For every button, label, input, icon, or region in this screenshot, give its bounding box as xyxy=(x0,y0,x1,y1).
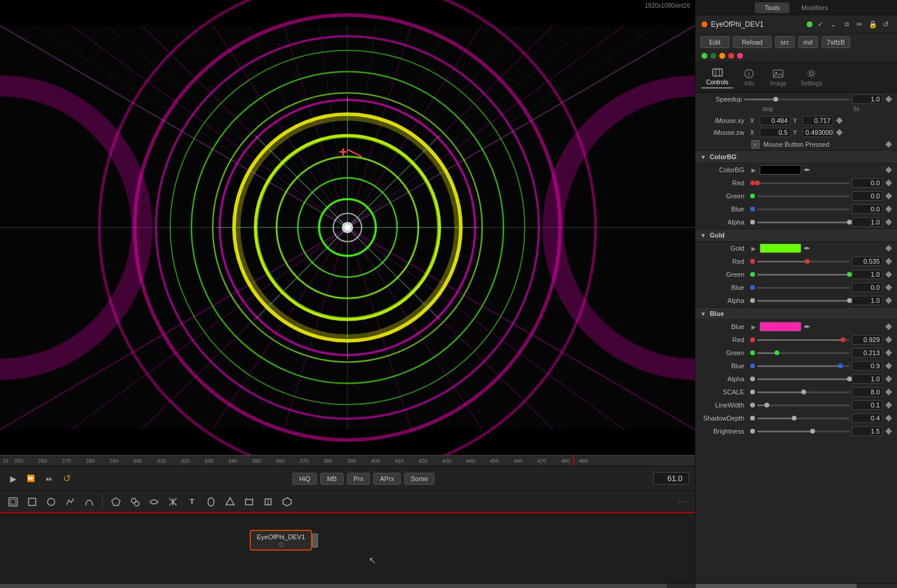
tab-controls[interactable]: Controls xyxy=(701,65,733,88)
colorbg-expand[interactable]: ▶ xyxy=(750,167,757,173)
tab-info[interactable]: i Info xyxy=(738,67,760,88)
mb-button[interactable]: MB xyxy=(320,473,344,485)
blue-alpha-slider[interactable] xyxy=(757,378,849,380)
imouse-xy-x-value[interactable]: 0.484 xyxy=(760,116,791,125)
aprx-button[interactable]: APrx xyxy=(373,473,401,485)
gold-red-slider[interactable] xyxy=(757,261,849,263)
colorbg-alpha-value[interactable]: 1.0 xyxy=(852,217,883,227)
hiq-button[interactable]: HiQ xyxy=(292,473,317,485)
node-edit-icon[interactable]: ✏ xyxy=(854,19,865,30)
node-graph-area[interactable]: EyeOfPhi_DEV1 ↖ xyxy=(0,512,695,583)
tools-tab[interactable]: Tools xyxy=(755,2,789,13)
3dtransform-tool-button[interactable] xyxy=(260,494,276,510)
select-tool-button[interactable] xyxy=(5,494,21,510)
reload-button[interactable]: Reload xyxy=(733,36,772,48)
src-button[interactable]: src xyxy=(775,36,795,48)
gold-green-value[interactable]: 1.0 xyxy=(852,270,883,279)
imouse-xy-y-value[interactable]: 0.717 xyxy=(802,116,833,125)
panel-scrollbar[interactable] xyxy=(695,583,897,588)
3dview-tool-button[interactable] xyxy=(241,494,257,510)
linewidth-keyframe[interactable] xyxy=(885,402,892,409)
colorbg-blue-value[interactable]: 0.0 xyxy=(852,204,883,214)
blue-alpha-value[interactable]: 1.0 xyxy=(852,374,883,384)
id-button[interactable]: 7stfzB xyxy=(822,36,851,48)
clone-tool-button[interactable] xyxy=(127,494,143,510)
colorbg-red-keyframe[interactable] xyxy=(885,179,892,186)
node-copy-icon[interactable]: ⧉ xyxy=(841,19,852,30)
blue-swatch[interactable] xyxy=(760,322,801,331)
colorbg-alpha-keyframe[interactable] xyxy=(885,219,892,226)
gold-red-value[interactable]: 0.535 xyxy=(852,257,883,266)
3dobj-tool-button[interactable] xyxy=(279,494,295,510)
blue-blue-value[interactable]: 0.9 xyxy=(852,361,883,371)
more-tools-button[interactable]: ··· xyxy=(673,497,690,507)
imouse-zw-keyframe[interactable] xyxy=(836,129,843,136)
controls-content[interactable]: Speedup 1.0 stop 5x iMouse.xy X 0.484 Y … xyxy=(695,93,897,583)
blue-eyedropper[interactable]: ✒ xyxy=(804,322,811,331)
circle-tool-button[interactable] xyxy=(43,494,59,510)
blue-red-value[interactable]: 0.929 xyxy=(852,335,883,344)
warp-tool-button[interactable] xyxy=(146,494,162,510)
blue-alpha-keyframe[interactable] xyxy=(885,375,892,382)
frame-display[interactable]: 61.0 xyxy=(653,472,689,485)
scale-value[interactable]: 8.0 xyxy=(852,387,883,397)
brightness-value[interactable]: 1.5 xyxy=(852,426,883,436)
blue-expand[interactable]: ▶ xyxy=(750,324,757,330)
brightness-slider[interactable] xyxy=(757,431,849,432)
gold-blue-slider[interactable] xyxy=(757,287,849,289)
viewport-canvas[interactable]: + 1920x1080xint16 xyxy=(0,0,695,455)
colorbg-green-slider[interactable] xyxy=(757,195,849,197)
bezier-tool-button[interactable] xyxy=(81,494,97,510)
blue-keyframe[interactable] xyxy=(885,323,892,330)
gold-alpha-slider[interactable] xyxy=(757,300,849,302)
linewidth-value[interactable]: 0.1 xyxy=(852,400,883,410)
shadowdepth-slider[interactable] xyxy=(757,418,849,419)
md-button[interactable]: md xyxy=(798,36,818,48)
speedup-slider[interactable] xyxy=(744,99,849,100)
timeline-ruler[interactable]: 15 250 260 270 280 290 300 310 320 330 3… xyxy=(0,455,695,466)
node-lock-icon[interactable]: 🔒 xyxy=(867,19,878,30)
node-check-icon[interactable]: ✓ xyxy=(815,19,826,30)
node-card[interactable]: EyeOfPhi_DEV1 xyxy=(250,530,312,551)
blue-blue-slider[interactable] xyxy=(757,365,849,367)
gold-blue-value[interactable]: 0.0 xyxy=(852,283,883,292)
tab-settings[interactable]: Settings xyxy=(796,67,827,88)
loop-button[interactable]: ↺ xyxy=(59,472,74,486)
colorbg-green-keyframe[interactable] xyxy=(885,192,892,200)
gold-swatch[interactable] xyxy=(760,244,801,253)
blue-section-header[interactable]: ▼ Blue xyxy=(695,307,897,320)
gold-alpha-value[interactable]: 1.0 xyxy=(852,296,883,305)
tab-image[interactable]: Image xyxy=(765,67,791,88)
colorbg-red-value[interactable]: 0.0 xyxy=(852,178,883,188)
blue-green-slider[interactable] xyxy=(757,352,849,354)
shape3d-tool-button[interactable] xyxy=(222,494,238,510)
poly-tool-button[interactable] xyxy=(108,494,124,510)
blue-green-value[interactable]: 0.213 xyxy=(852,348,883,358)
gold-keyframe[interactable] xyxy=(885,245,892,252)
blue-green-keyframe[interactable] xyxy=(885,349,892,356)
gold-section-header[interactable]: ▼ Gold xyxy=(695,229,897,242)
path-tool-button[interactable] xyxy=(62,494,78,510)
blue-red-keyframe[interactable] xyxy=(885,336,892,343)
colorbg-red-slider[interactable] xyxy=(757,182,849,184)
mesh-tool-button[interactable] xyxy=(165,494,181,510)
some-button[interactable]: Some xyxy=(404,473,435,485)
colorbg-keyframe[interactable] xyxy=(885,166,892,173)
scale-slider[interactable] xyxy=(757,391,849,393)
modifiers-tab[interactable]: Modifiers xyxy=(792,2,838,13)
gold-expand[interactable]: ▶ xyxy=(750,245,757,252)
gold-blue-keyframe[interactable] xyxy=(885,284,892,291)
imouse-zw-y-value[interactable]: 0.493000 xyxy=(802,128,833,137)
colorbg-swatch[interactable] xyxy=(760,165,801,175)
horizontal-scrollbar[interactable] xyxy=(0,583,695,588)
shadowdepth-value[interactable]: 0.4 xyxy=(852,413,883,423)
gold-green-keyframe[interactable] xyxy=(885,271,892,278)
imouse-xy-keyframe[interactable] xyxy=(836,117,843,124)
speedup-keyframe[interactable] xyxy=(885,96,892,103)
play-button[interactable]: ▶ xyxy=(6,472,20,486)
blue-red-slider[interactable] xyxy=(757,339,849,341)
node-history-icon[interactable]: ↺ xyxy=(880,19,891,30)
colorbg-blue-slider[interactable] xyxy=(757,208,849,210)
colorbg-green-value[interactable]: 0.0 xyxy=(852,191,883,201)
node-expand-icon[interactable]: ⌄ xyxy=(828,19,839,30)
